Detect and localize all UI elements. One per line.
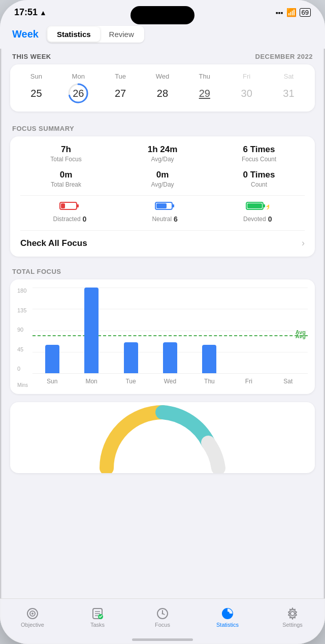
stat-lbl-break-count: Count bbox=[251, 181, 267, 188]
tab-item-tasks[interactable]: Tasks bbox=[65, 607, 130, 628]
gauge-card bbox=[10, 402, 315, 473]
svg-rect-7 bbox=[156, 203, 167, 208]
stat-total-focus: 7h Total Focus bbox=[20, 145, 112, 163]
bar-col-sat bbox=[269, 288, 308, 373]
battery-row: Distracted 0 Neutral bbox=[20, 195, 305, 225]
stat-lbl-focus-count: Focus Count bbox=[242, 156, 276, 163]
battery-count-distracted: 0 bbox=[83, 215, 87, 223]
statistics-icon bbox=[221, 607, 234, 620]
week-button[interactable]: Week bbox=[12, 28, 39, 40]
battery-devoted: ⚡ Devoted 0 bbox=[243, 201, 272, 223]
stat-total-break: 0m Total Break bbox=[20, 170, 112, 188]
stat-val-focus-count: 6 Times bbox=[243, 145, 275, 155]
bar-col-mon bbox=[72, 288, 111, 373]
battery-count-devoted: 0 bbox=[268, 215, 272, 223]
svg-point-25 bbox=[225, 612, 230, 616]
day-col-sat: Sat 31 bbox=[278, 73, 299, 103]
phone-frame: 17:51 ▲ ▪▪▪ 📶 69 Week Statistics Review … bbox=[0, 0, 325, 644]
stat-val-total-break: 0m bbox=[60, 170, 73, 180]
tasks-icon bbox=[91, 607, 104, 620]
tab-item-statistics[interactable]: Statistics bbox=[195, 607, 260, 628]
battery-icon-neutral bbox=[155, 201, 175, 211]
chart-section-label: TOTAL FOCUS bbox=[0, 265, 325, 279]
chart-area: 0 45 90 135 180 Avg bbox=[17, 288, 308, 389]
bar-col-wed bbox=[150, 288, 189, 373]
day-col-fri: Fri 30 bbox=[237, 73, 257, 103]
tab-label-objective: Objective bbox=[21, 622, 44, 628]
tab-label-tasks: Tasks bbox=[90, 622, 105, 628]
focus-card: 7h Total Focus 1h 24m Avg/Day 6 Times Fo… bbox=[10, 136, 315, 257]
bar-col-thu bbox=[190, 288, 229, 373]
day-col-mon[interactable]: Mon 26 bbox=[68, 73, 88, 103]
y-label-180: 180 bbox=[17, 288, 26, 294]
status-time: 17:51 bbox=[14, 7, 38, 18]
chart-card: 0 45 90 135 180 Avg bbox=[10, 279, 315, 394]
avg-text-label: Avg bbox=[296, 333, 306, 339]
chart-y-labels: 0 45 90 135 180 bbox=[17, 288, 26, 374]
home-indicator bbox=[132, 638, 193, 641]
bar-col-sun bbox=[32, 288, 72, 373]
battery-label-neutral: Neutral bbox=[152, 216, 172, 223]
stat-lbl-avg-day-break: Avg/Day bbox=[151, 181, 174, 188]
day-num-fri: 30 bbox=[237, 83, 257, 103]
svg-rect-6 bbox=[172, 204, 174, 207]
tab-item-focus[interactable]: Focus bbox=[130, 607, 195, 628]
tab-label-statistics: Statistics bbox=[216, 622, 239, 628]
y-label-45: 45 bbox=[17, 346, 26, 352]
y-label-90: 90 bbox=[17, 327, 26, 333]
x-label-fri: Fri bbox=[229, 378, 268, 385]
x-label-wed: Wed bbox=[150, 378, 189, 385]
day-num-sat: 31 bbox=[278, 83, 299, 103]
signal-icon: ▪▪▪ bbox=[276, 9, 283, 17]
day-ring-mon bbox=[68, 83, 88, 103]
y-label-135: 135 bbox=[17, 307, 26, 313]
bar-wed bbox=[163, 342, 177, 373]
svg-point-14 bbox=[31, 613, 34, 615]
battery-icon-distracted bbox=[59, 201, 80, 211]
calendar-card: Sun 25 Mon 26 Tue bbox=[10, 64, 315, 112]
battery-label-distracted: Distracted bbox=[53, 216, 81, 223]
day-num-mon: 26 bbox=[68, 83, 88, 103]
x-label-sun: Sun bbox=[32, 378, 72, 385]
day-num-wed: 28 bbox=[152, 83, 173, 103]
battery-neutral: Neutral 6 bbox=[152, 201, 177, 223]
month-year-label: DECEMBER 2022 bbox=[255, 53, 313, 60]
day-num-tue: 27 bbox=[110, 83, 131, 103]
settings-icon bbox=[286, 607, 299, 620]
tab-item-objective[interactable]: Objective bbox=[0, 607, 65, 628]
chart-x-labels: Sun Mon Tue Wed Thu Fri Sat bbox=[32, 374, 308, 389]
tab-item-settings[interactable]: Settings bbox=[260, 607, 325, 628]
tab-label-settings: Settings bbox=[282, 622, 303, 628]
location-icon: ▲ bbox=[40, 9, 47, 17]
y-label-0: 0 bbox=[17, 366, 26, 372]
day-col-sun: Sun 25 bbox=[26, 73, 46, 103]
svg-text:⚡: ⚡ bbox=[265, 202, 269, 210]
tab-group: Statistics Review bbox=[47, 26, 144, 43]
mins-label: Mins bbox=[17, 382, 28, 388]
day-name-tue: Tue bbox=[115, 73, 126, 80]
focus-summary-label: FOCUS SUMMARY bbox=[0, 120, 325, 136]
day-num-thu: 29 bbox=[194, 83, 215, 103]
x-label-mon: Mon bbox=[72, 378, 111, 385]
stat-val-total-focus: 7h bbox=[61, 145, 71, 155]
chart-bars-area bbox=[32, 288, 308, 374]
stat-avg-day-focus: 1h 24m Avg/Day bbox=[117, 145, 208, 163]
day-name-thu: Thu bbox=[199, 73, 210, 80]
tab-review[interactable]: Review bbox=[100, 27, 143, 42]
svg-point-26 bbox=[290, 612, 295, 616]
dynamic-island bbox=[131, 6, 194, 24]
svg-rect-3 bbox=[77, 204, 79, 207]
tab-bar: Objective Tasks Focus bbox=[0, 598, 325, 644]
bar-thu bbox=[202, 345, 216, 373]
this-week-label: THIS WEEK bbox=[12, 53, 51, 60]
day-num-sun: 25 bbox=[26, 83, 46, 103]
bar-tue bbox=[124, 342, 138, 373]
week-header: THIS WEEK DECEMBER 2022 bbox=[0, 49, 325, 64]
battery-distracted: Distracted 0 bbox=[53, 201, 87, 223]
tab-statistics[interactable]: Statistics bbox=[48, 27, 100, 42]
stat-break-count: 0 Times Count bbox=[213, 170, 305, 188]
status-icons: ▪▪▪ 📶 69 bbox=[276, 8, 311, 17]
stats-grid: 7h Total Focus 1h 24m Avg/Day 6 Times Fo… bbox=[20, 145, 305, 188]
stat-avg-day-break: 0m Avg/Day bbox=[117, 170, 208, 188]
check-all-focus-row[interactable]: Check All Focus › bbox=[20, 230, 305, 248]
